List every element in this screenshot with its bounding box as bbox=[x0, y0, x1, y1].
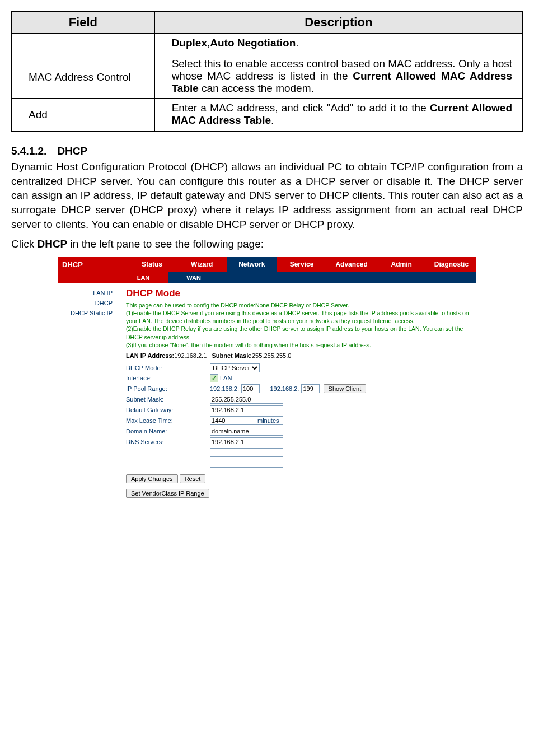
dhcp-mode-select[interactable]: DHCP Server bbox=[210, 363, 260, 372]
sidebar-item-lanip[interactable]: LAN IP bbox=[58, 288, 118, 298]
pool-end-input[interactable] bbox=[301, 384, 320, 393]
tab-advanced[interactable]: Advanced bbox=[327, 257, 377, 272]
click-line: Click DHCP in the left pane to see the f… bbox=[11, 237, 523, 251]
interface-value: LAN bbox=[220, 375, 232, 381]
tab-diagnostic[interactable]: Diagnostic bbox=[427, 257, 476, 272]
help-text: This page can be used to config the DHCP… bbox=[126, 301, 471, 349]
lan-info-line: LAN IP Address:192.168.2.1 Subnet Mask:2… bbox=[126, 352, 471, 359]
gateway-label: Default Gateway: bbox=[126, 407, 210, 413]
apply-changes-button[interactable]: Apply Changes bbox=[126, 474, 178, 483]
tab-wizard[interactable]: Wizard bbox=[177, 257, 227, 272]
interface-label: Interface: bbox=[126, 375, 210, 381]
subnet-label: Subnet Mask: bbox=[126, 396, 210, 403]
section-heading: 5.4.1.2. DHCP bbox=[11, 145, 523, 157]
subtab-lan[interactable]: LAN bbox=[118, 272, 168, 283]
row2-desc: Enter a MAC address, and click "Add" to … bbox=[154, 99, 522, 132]
subtab-wan[interactable]: WAN bbox=[168, 272, 219, 283]
row0-desc: Duplex,Auto Negotiation. bbox=[154, 34, 522, 54]
sidebar-item-dhcp-static[interactable]: DHCP Static IP bbox=[58, 308, 118, 318]
pool-label: IP Pool Range: bbox=[126, 385, 210, 392]
tab-status[interactable]: Status bbox=[127, 257, 177, 272]
section-paragraph: Dynamic Host Configuration Protocol (DHC… bbox=[11, 160, 523, 231]
router-screenshot: DHCP Status Wizard Network Service Advan… bbox=[58, 257, 476, 506]
dns3-input[interactable] bbox=[210, 459, 283, 468]
main-pane: DHCP Mode This page can be used to confi… bbox=[118, 283, 476, 506]
row0-field bbox=[12, 34, 155, 54]
subtabs-spacer bbox=[58, 272, 118, 283]
th-description: Description bbox=[154, 12, 522, 34]
lease-input[interactable] bbox=[210, 416, 254, 425]
dns2-input[interactable] bbox=[210, 448, 283, 457]
subnet-input[interactable] bbox=[210, 395, 283, 404]
tab-service[interactable]: Service bbox=[277, 257, 326, 272]
show-client-button[interactable]: Show Client bbox=[324, 384, 367, 393]
sidebar: LAN IP DHCP DHCP Static IP bbox=[58, 283, 118, 506]
page-label: DHCP bbox=[58, 257, 127, 272]
set-vendorclass-button[interactable]: Set VendorClass IP Range bbox=[126, 489, 209, 498]
gateway-input[interactable] bbox=[210, 405, 283, 414]
footer-divider bbox=[11, 517, 523, 517]
row1-field: MAC Address Control bbox=[12, 54, 155, 99]
row1-desc: Select this to enable access control bas… bbox=[154, 54, 522, 99]
top-tabs: Status Wizard Network Service Advanced A… bbox=[127, 257, 476, 272]
row0-desc-bold: Duplex,Auto Negotiation bbox=[172, 37, 296, 49]
dhcp-mode-label: DHCP Mode: bbox=[126, 365, 210, 371]
dns1-input[interactable] bbox=[210, 437, 283, 446]
lease-unit: minutes bbox=[254, 416, 283, 425]
reset-button[interactable]: Reset bbox=[180, 474, 206, 483]
pool-start-input[interactable] bbox=[241, 384, 260, 393]
page-title: DHCP Mode bbox=[126, 288, 471, 299]
lease-label: Max Lease Time: bbox=[126, 417, 210, 424]
domain-label: Domain Name: bbox=[126, 428, 210, 435]
interface-checkbox[interactable]: ✓ bbox=[210, 374, 218, 382]
sidebar-item-dhcp[interactable]: DHCP bbox=[58, 298, 118, 308]
sub-tabs: LAN WAN bbox=[118, 272, 476, 283]
th-field: Field bbox=[12, 12, 155, 34]
domain-input[interactable] bbox=[210, 427, 283, 436]
field-description-table: Field Description Duplex,Auto Negotiatio… bbox=[11, 11, 523, 132]
row2-field: Add bbox=[12, 99, 155, 132]
pool-dash: − bbox=[262, 385, 265, 392]
tab-admin[interactable]: Admin bbox=[377, 257, 427, 272]
pool-prefix2: 192.168.2. bbox=[270, 385, 299, 392]
dns-label: DNS Servers: bbox=[126, 438, 210, 445]
pool-prefix1: 192.168.2. bbox=[210, 385, 239, 392]
tab-network[interactable]: Network bbox=[227, 257, 277, 272]
